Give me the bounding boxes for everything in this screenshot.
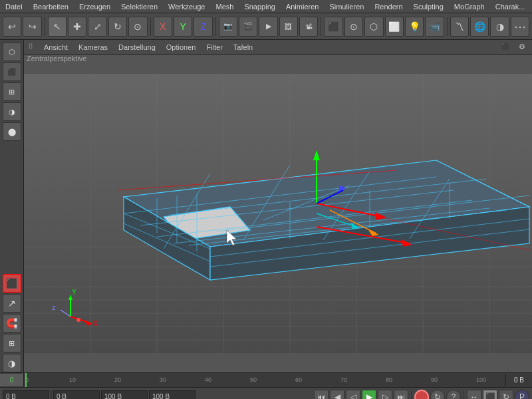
vp-menu-tafeln[interactable]: Tafeln: [231, 42, 255, 53]
scale-tool[interactable]: ⤢: [88, 17, 106, 37]
select-tool[interactable]: ↖: [48, 17, 66, 37]
menu-charakter[interactable]: Charak...: [490, 1, 531, 12]
playback-field-max[interactable]: 100 B: [149, 390, 196, 400]
menu-bearbeiten[interactable]: Bearbeiten: [28, 1, 74, 12]
step-forward-button[interactable]: ▷: [378, 390, 392, 400]
tl-tick-20: 20: [114, 373, 121, 388]
circle-select[interactable]: ⊙: [128, 17, 147, 37]
vp-menu-darstellung[interactable]: Darstellung: [116, 42, 158, 53]
menu-erzeugen[interactable]: Erzeugen: [74, 1, 116, 12]
more-btn[interactable]: ⋯: [511, 17, 529, 37]
render-pic[interactable]: 🖼: [279, 17, 298, 37]
go-end-button[interactable]: ⏭: [394, 390, 408, 400]
toolbar-sep-4: [321, 17, 321, 36]
menu-animieren[interactable]: Animieren: [281, 1, 325, 12]
shader-btn[interactable]: ◑: [490, 17, 509, 37]
sidebar-half[interactable]: ◑: [3, 354, 21, 372]
tl-tick-10: 10: [69, 373, 76, 388]
sidebar-perspective[interactable]: ⬡: [3, 43, 21, 61]
play-back-button[interactable]: ◁: [346, 390, 360, 400]
timeline-playhead[interactable]: [25, 373, 27, 388]
play-button[interactable]: ▶: [362, 390, 376, 400]
loop-button[interactable]: ↻: [430, 390, 445, 400]
sidebar-grid2[interactable]: ⊞: [3, 334, 21, 352]
sidebar-arrow[interactable]: ↗: [3, 294, 21, 313]
tl-tick-100: 100: [476, 373, 486, 388]
axis-x[interactable]: X: [154, 17, 172, 37]
deformer-btn[interactable]: 〽: [450, 17, 469, 37]
menu-snapping[interactable]: Snapping: [239, 1, 281, 12]
tl-tick-90: 90: [431, 373, 438, 388]
pb-sep1: [51, 390, 52, 400]
pb-sep2: [411, 390, 412, 400]
animate-button[interactable]: ↻: [499, 390, 513, 400]
preview-button[interactable]: P: [515, 390, 529, 400]
keyframe-button[interactable]: ⬛: [483, 390, 497, 400]
timeline-end: 0 B: [505, 374, 532, 386]
obj-sphere[interactable]: ⊙: [344, 17, 363, 37]
menu-rendern[interactable]: Rendern: [369, 1, 408, 12]
toolbar-sep-2: [150, 17, 151, 36]
playback-field-current[interactable]: 0 B: [3, 390, 49, 400]
sidebar-texture[interactable]: ⬛: [3, 63, 21, 81]
menu-selektieren[interactable]: Selektieren: [116, 1, 163, 12]
tl-tick-80: 80: [386, 373, 392, 388]
undo-button[interactable]: ↩: [3, 17, 21, 37]
record-button[interactable]: [414, 390, 429, 400]
canvas-3d[interactable]: Y X Z: [24, 55, 532, 372]
toolbar-sep-1: [45, 17, 45, 36]
sidebar-magnet[interactable]: 🧲: [3, 314, 21, 332]
toolbar-sep-3: [215, 17, 216, 36]
go-start-button[interactable]: ⏮: [314, 390, 329, 400]
obj-light[interactable]: 💡: [405, 17, 424, 37]
vp-settings[interactable]: ⚙: [516, 41, 528, 53]
pb-sep3: [464, 390, 464, 400]
timeline-start-indicator: 0: [0, 374, 24, 386]
viewport[interactable]: ⠿ Ansicht Kameras Darstellung Optionen F…: [24, 40, 532, 372]
obj-cube[interactable]: ⬛: [324, 17, 342, 37]
tl-tick-70: 70: [340, 373, 347, 388]
render-view[interactable]: ▶: [259, 17, 277, 37]
rotate-tool[interactable]: ↻: [108, 17, 127, 37]
obj-plane[interactable]: ⬜: [385, 17, 404, 37]
sidebar-material[interactable]: ◑: [3, 102, 21, 121]
obj-cylinder[interactable]: ⬡: [364, 17, 383, 37]
sidebar-cube-active[interactable]: ⬛: [3, 274, 21, 293]
menu-datei[interactable]: Datei: [0, 1, 28, 12]
render-region[interactable]: 🎬: [239, 17, 257, 37]
timeline: 0 0 10 20 30 40 50 60 70 80 90 100 0 B: [0, 372, 532, 387]
sidebar-object[interactable]: ⬤: [3, 122, 21, 141]
axis-y[interactable]: Y: [174, 17, 192, 37]
scene-btn[interactable]: 🌐: [470, 17, 489, 37]
tl-tick-50: 50: [250, 373, 257, 388]
tl-tick-40: 40: [205, 373, 211, 388]
menu-mesh[interactable]: Mesh: [210, 1, 239, 12]
render-anim[interactable]: 📽: [299, 17, 318, 37]
menu-werkzeuge[interactable]: Werkzeuge: [163, 1, 210, 12]
scene-svg: Y X Z: [24, 55, 532, 372]
playback-bar: 0 B 0 B 100 B 100 B ⏮ ◀ ◁ ▶ ▷ ⏭ ↻ ? ↔ ⬛ …: [0, 387, 532, 399]
svg-text:Z: Z: [52, 305, 56, 311]
redo-button[interactable]: ↪: [23, 17, 41, 37]
vp-expand[interactable]: ⬛: [499, 41, 513, 53]
playback-field-start[interactable]: 0 B: [53, 390, 100, 400]
snap-button[interactable]: ↔: [467, 390, 481, 400]
axis-z[interactable]: Z: [194, 17, 212, 37]
vp-menu-filter[interactable]: Filter: [203, 42, 225, 53]
vp-menu-optionen[interactable]: Optionen: [164, 42, 199, 53]
vp-menu-kameras[interactable]: Kameras: [76, 42, 110, 53]
menu-simulieren[interactable]: Simulieren: [324, 1, 369, 12]
help-button[interactable]: ?: [446, 390, 461, 400]
obj-camera2[interactable]: 📹: [425, 17, 444, 37]
sidebar-grid[interactable]: ⊞: [3, 82, 21, 101]
svg-point-65: [76, 318, 80, 322]
menu-sculpting[interactable]: Sculpting: [408, 1, 449, 12]
step-back-button[interactable]: ◀: [330, 390, 344, 400]
camera-btn[interactable]: 📷: [219, 17, 237, 37]
playback-field-end[interactable]: 100 B: [101, 390, 148, 400]
move-tool[interactable]: ✚: [68, 17, 86, 37]
svg-text:Y: Y: [72, 289, 76, 296]
vp-menu-ansicht[interactable]: Ansicht: [41, 42, 70, 53]
menu-mograph[interactable]: MoGraph: [449, 1, 490, 12]
timeline-track[interactable]: 0 10 20 30 40 50 60 70 80 90 100: [24, 373, 505, 388]
